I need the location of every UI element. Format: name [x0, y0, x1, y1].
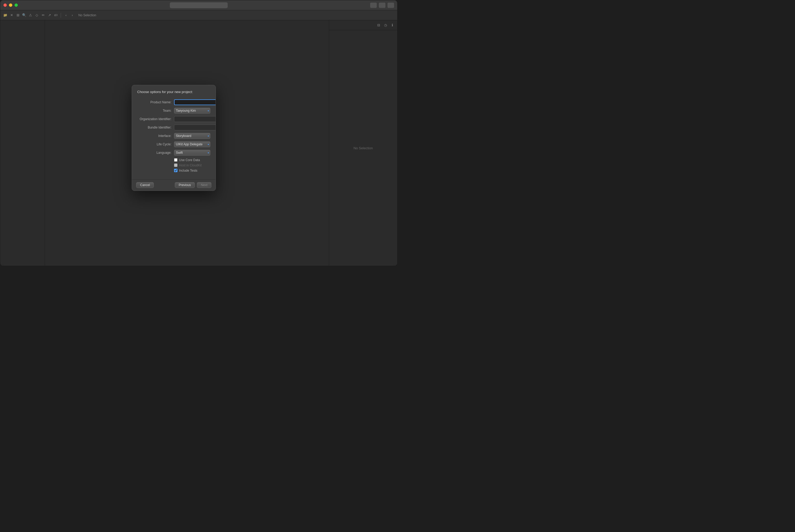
history-icon[interactable]: ◷ — [383, 23, 388, 27]
bundle-identifier-label: Bundle Identifier: — [137, 126, 174, 129]
titlebar-btn-2[interactable] — [379, 3, 385, 8]
toolbar: 📁 ✕ ⊞ 🔍 ⚠ ◇ ✏ ↗ 🏷 ‹ › No Selection — [0, 10, 397, 20]
cancel-button[interactable]: Cancel — [136, 182, 154, 188]
modal-title: Choose options for your new project: — [137, 90, 193, 94]
arrow-icon[interactable]: ↗ — [47, 13, 52, 18]
language-label: Language: — [137, 151, 174, 155]
product-name-row: Product Name: — [137, 99, 210, 105]
use-core-data-label: Use Core Data — [179, 158, 200, 162]
interface-select-wrapper: Storyboard SwiftUI — [174, 133, 210, 139]
host-in-cloudkit-label: Host in CloudKit — [179, 164, 202, 167]
titlebar-center — [170, 2, 228, 8]
modal-body: Product Name: Team: Taeyoung Kim None — [132, 95, 215, 179]
right-panel-header: ⊟ ◷ ℹ — [329, 20, 397, 30]
host-in-cloudkit-row: Host in CloudKit — [174, 164, 210, 167]
modal-footer: Cancel Previous Next — [132, 179, 215, 191]
no-selection-right: No Selection — [354, 146, 373, 150]
titlebar — [0, 0, 397, 10]
label-icon[interactable]: 🏷 — [53, 13, 58, 18]
brush-icon[interactable]: ✏ — [41, 13, 45, 18]
interface-select[interactable]: Storyboard SwiftUI — [174, 133, 210, 139]
warning-icon[interactable]: ⚠ — [28, 13, 33, 18]
next-button[interactable]: Next — [197, 182, 211, 188]
bundle-identifier-input — [174, 125, 216, 130]
close-button[interactable] — [3, 3, 7, 7]
language-select[interactable]: Swift Objective-C — [174, 150, 210, 156]
team-select[interactable]: Taeyoung Kim None — [174, 108, 210, 114]
modal-overlay: Choose options for your new project: Pro… — [45, 20, 329, 266]
titlebar-btn-3[interactable] — [387, 3, 394, 8]
use-core-data-row: Use Core Data — [174, 158, 210, 162]
life-cycle-row: Life Cycle: UIKit App Delegate SwiftUI A… — [137, 141, 210, 147]
org-identifier-row: Organization Identifier: — [137, 116, 210, 122]
modal-header: Choose options for your new project: — [132, 85, 215, 95]
interface-label: Interface: — [137, 134, 174, 138]
nav-back-icon[interactable]: ‹ — [64, 13, 68, 18]
main-window: 📁 ✕ ⊞ 🔍 ⚠ ◇ ✏ ↗ 🏷 ‹ › No Selection Choos… — [0, 0, 398, 266]
new-project-dialog: Choose options for your new project: Pro… — [132, 85, 216, 191]
org-identifier-input[interactable] — [174, 116, 216, 122]
titlebar-right — [370, 3, 394, 8]
titlebar-search — [170, 2, 228, 8]
include-tests-label: Include Tests — [179, 169, 197, 172]
team-select-wrapper: Taeyoung Kim None — [174, 108, 210, 114]
previous-button[interactable]: Previous — [175, 182, 195, 188]
diamond-icon[interactable]: ◇ — [34, 13, 39, 18]
split-view-icon[interactable]: ⊟ — [376, 23, 381, 27]
team-label: Team: — [137, 109, 174, 113]
right-panel-content: No Selection — [329, 30, 397, 266]
include-tests-row: Include Tests — [174, 169, 210, 172]
editor-area: Choose options for your new project: Pro… — [45, 20, 329, 266]
org-identifier-label: Organization Identifier: — [137, 117, 174, 121]
include-tests-checkbox[interactable] — [174, 169, 177, 172]
use-core-data-checkbox[interactable] — [174, 158, 177, 162]
language-row: Language: Swift Objective-C — [137, 150, 210, 156]
no-selection-toolbar: No Selection — [78, 14, 96, 17]
right-panel: ⊟ ◷ ℹ No Selection — [329, 20, 397, 266]
x-icon[interactable]: ✕ — [9, 13, 14, 18]
team-row: Team: Taeyoung Kim None — [137, 108, 210, 114]
toolbar-separator — [61, 13, 61, 18]
product-name-input[interactable] — [174, 99, 216, 105]
search-icon[interactable]: 🔍 — [22, 13, 26, 18]
left-sidebar — [0, 20, 45, 266]
titlebar-btn-1[interactable] — [370, 3, 377, 8]
host-in-cloudkit-checkbox — [174, 164, 177, 167]
life-cycle-select[interactable]: UIKit App Delegate SwiftUI App — [174, 141, 210, 147]
traffic-lights — [3, 3, 18, 7]
minimize-button[interactable] — [9, 3, 12, 7]
bundle-identifier-row: Bundle Identifier: — [137, 125, 210, 130]
info-icon[interactable]: ℹ — [390, 23, 395, 27]
life-cycle-select-wrapper: UIKit App Delegate SwiftUI App — [174, 141, 210, 147]
interface-row: Interface: Storyboard SwiftUI — [137, 133, 210, 139]
life-cycle-label: Life Cycle: — [137, 142, 174, 146]
nav-forward-icon[interactable]: › — [70, 13, 75, 18]
language-select-wrapper: Swift Objective-C — [174, 150, 210, 156]
product-name-label: Product Name: — [137, 100, 174, 104]
folder-icon[interactable]: 📁 — [3, 13, 7, 18]
content-area: Choose options for your new project: Pro… — [0, 20, 397, 266]
grid-icon[interactable]: ⊞ — [16, 13, 20, 18]
footer-right-buttons: Previous Next — [175, 182, 211, 188]
maximize-button[interactable] — [15, 3, 18, 7]
